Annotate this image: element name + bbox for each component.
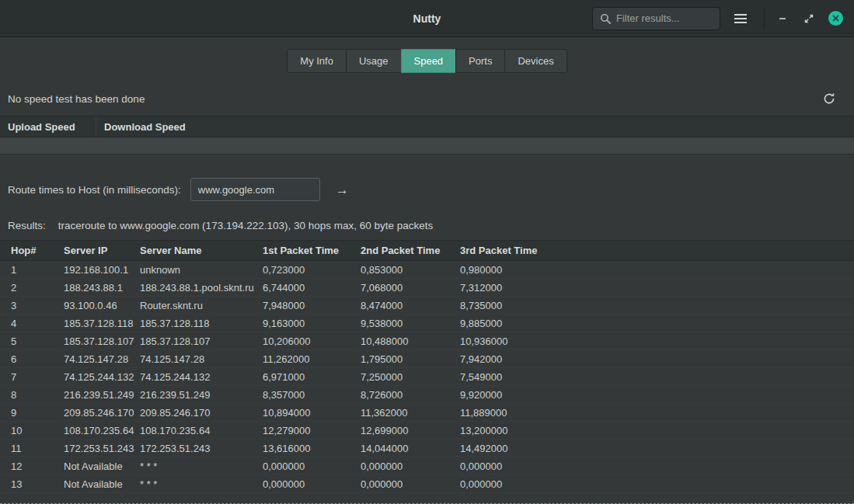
table-row[interactable]: 8216.239.51.249216.239.51.2498,3570008,7… <box>0 386 854 404</box>
table-cell: 0,723000 <box>263 264 361 276</box>
results-text: traceroute to www.google.com (173.194.22… <box>58 220 434 231</box>
table-row[interactable]: 5185.37.128.107185.37.128.10710,20600010… <box>0 332 854 350</box>
table-row[interactable]: 2188.243.88.1188.243.88.1.pool.sknt.ru6,… <box>0 279 854 297</box>
speed-status-text: No speed test has been done <box>8 93 145 105</box>
table-cell: 172.253.51.243 <box>140 443 263 454</box>
column-header-3rd-packet[interactable]: 3rd Packet Time <box>460 241 854 260</box>
table-cell: 9,920000 <box>460 389 854 401</box>
table-cell: 74.125.244.132 <box>64 371 140 383</box>
route-label: Route times to Host (in milliseconds): <box>8 184 181 196</box>
column-header-server-ip[interactable]: Server IP <box>64 241 140 260</box>
headerbar: Nutty <box>0 0 854 37</box>
tab-ports[interactable]: Ports <box>455 49 505 73</box>
results-row: Results: traceroute to www.google.com (1… <box>8 220 854 231</box>
table-cell: 7,312000 <box>460 282 854 294</box>
table-cell: 0,000000 <box>263 461 361 472</box>
table-cell: 10 <box>11 425 64 436</box>
table-cell: 209.85.246.170 <box>140 407 263 419</box>
table-cell: 11,262000 <box>263 353 361 365</box>
route-row: Route times to Host (in milliseconds): → <box>8 178 854 201</box>
filter-search-field[interactable] <box>592 7 720 30</box>
table-cell: 0,980000 <box>460 264 854 276</box>
table-cell: 10,488000 <box>361 335 460 347</box>
table-cell: 3 <box>11 300 64 311</box>
table-cell: 188.243.88.1.pool.sknt.ru <box>140 282 263 294</box>
column-header-1st-packet[interactable]: 1st Packet Time <box>263 241 361 260</box>
column-header-upload-speed[interactable]: Upload Speed <box>0 121 96 133</box>
speed-empty-row[interactable] <box>0 137 854 155</box>
table-cell: Not Available <box>64 461 140 472</box>
table-cell: 0,000000 <box>460 478 854 490</box>
minimize-button[interactable] <box>776 12 790 26</box>
tab-my-info[interactable]: My Info <box>287 49 347 73</box>
menu-button[interactable] <box>728 11 753 26</box>
column-header-download-speed[interactable]: Download Speed <box>96 116 186 137</box>
table-cell: 9,885000 <box>460 318 854 329</box>
table-row[interactable]: 774.125.244.13274.125.244.1326,9710007,2… <box>0 368 854 386</box>
headerbar-separator <box>764 7 765 30</box>
table-row[interactable]: 10108.170.235.64108.170.235.6412,2790001… <box>0 422 854 440</box>
table-cell: 74.125.147.28 <box>140 353 263 365</box>
table-cell: Not Available <box>64 478 140 490</box>
host-input[interactable] <box>190 178 320 201</box>
table-row[interactable]: 9209.85.246.170209.85.246.17010,89400011… <box>0 404 854 422</box>
headerbar-right <box>592 7 848 30</box>
table-cell: 6 <box>11 353 64 365</box>
table-cell: 4 <box>11 318 64 329</box>
table-cell: 7,549000 <box>460 371 854 383</box>
table-cell: 7,948000 <box>263 300 361 311</box>
table-cell: 172.253.51.243 <box>64 443 140 454</box>
table-cell: 9,163000 <box>263 318 361 329</box>
close-button[interactable] <box>828 11 843 26</box>
table-cell: 192.168.100.1 <box>64 264 140 276</box>
table-row[interactable]: 4185.37.128.118185.37.128.1189,1630009,5… <box>0 315 854 332</box>
table-row[interactable]: 1192.168.100.1unknown0,7230000,8530000,9… <box>0 261 854 279</box>
table-cell: 93.100.0.46 <box>64 300 140 311</box>
table-row[interactable]: 674.125.147.2874.125.147.2811,2620001,79… <box>0 350 854 368</box>
table-cell: 2 <box>11 282 64 294</box>
table-cell: 108.170.235.64 <box>64 425 140 436</box>
column-header-2nd-packet[interactable]: 2nd Packet Time <box>361 241 460 260</box>
table-cell: 0,000000 <box>361 461 460 472</box>
trace-table-body: 1192.168.100.1unknown0,7230000,8530000,9… <box>0 261 854 493</box>
refresh-button[interactable] <box>817 89 842 108</box>
table-cell: 10,936000 <box>460 335 854 347</box>
table-cell: 185.37.128.107 <box>140 335 263 347</box>
maximize-button[interactable] <box>802 12 816 26</box>
table-cell: 74.125.147.28 <box>64 353 140 365</box>
table-cell: 216.239.51.249 <box>64 389 140 401</box>
maximize-icon <box>804 14 814 23</box>
tab-usage[interactable]: Usage <box>346 49 402 73</box>
table-row[interactable]: 12Not Available* * *0,0000000,0000000,00… <box>0 457 854 475</box>
table-cell: 14,492000 <box>460 443 854 454</box>
right-arrow-icon: → <box>336 182 349 197</box>
table-cell: 108.170.235.64 <box>140 425 263 436</box>
table-row[interactable]: 393.100.0.46Router.sknt.ru7,9480008,4740… <box>0 297 854 315</box>
table-row[interactable]: 11172.253.51.243172.253.51.24313,6160001… <box>0 440 854 457</box>
trace-table: Hop# Server IP Server Name 1st Packet Ti… <box>0 240 854 493</box>
column-header-hop[interactable]: Hop# <box>11 241 64 260</box>
tab-speed[interactable]: Speed <box>401 49 457 73</box>
go-button[interactable]: → <box>336 183 349 196</box>
table-cell: 7 <box>11 371 64 383</box>
table-cell: unknown <box>140 264 263 276</box>
table-cell: 13 <box>11 478 64 490</box>
table-cell: 216.239.51.249 <box>140 389 263 401</box>
table-cell: 7,250000 <box>361 371 460 383</box>
table-cell: 9,538000 <box>361 318 460 329</box>
table-cell: 185.37.128.107 <box>64 335 140 347</box>
table-cell: 8,357000 <box>263 389 361 401</box>
table-cell: 5 <box>11 335 64 347</box>
table-cell: 209.85.246.170 <box>64 407 140 419</box>
table-cell: 10,894000 <box>263 407 361 419</box>
table-row[interactable]: 13Not Available* * *0,0000000,0000000,00… <box>0 475 854 493</box>
column-header-server-name[interactable]: Server Name <box>140 241 263 260</box>
table-cell: 13,616000 <box>263 443 361 454</box>
table-cell: 8 <box>11 389 64 401</box>
close-icon <box>832 15 839 22</box>
table-cell: 12 <box>11 461 64 472</box>
search-input[interactable] <box>616 12 713 24</box>
tab-devices[interactable]: Devices <box>504 49 566 73</box>
window-controls <box>776 11 848 26</box>
table-cell: 74.125.244.132 <box>140 371 263 383</box>
